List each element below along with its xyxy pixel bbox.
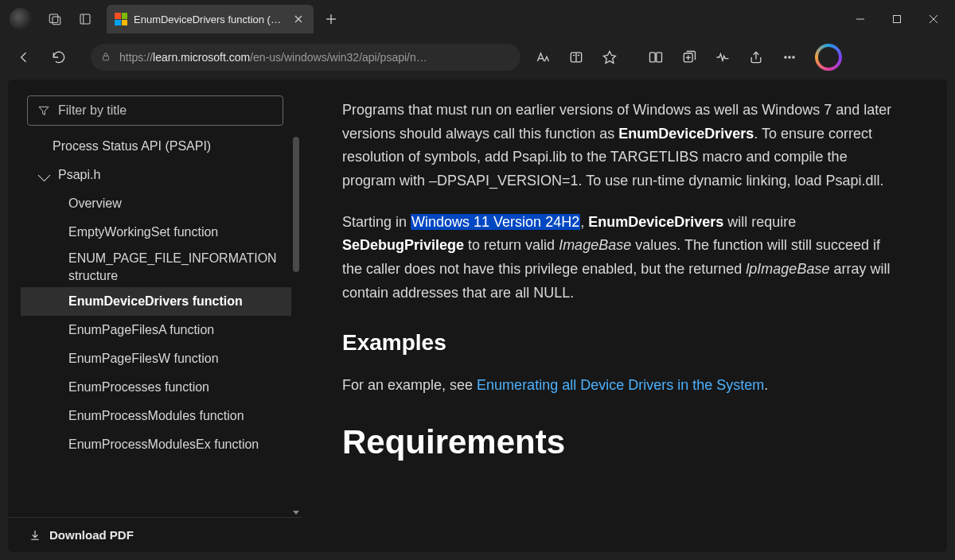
copilot-button[interactable]	[815, 44, 842, 71]
favorite-icon[interactable]	[594, 43, 626, 72]
svg-rect-19	[650, 52, 656, 62]
lock-icon	[100, 51, 111, 64]
address-bar: https://learn.microsoft.com/en-us/window…	[0, 38, 955, 76]
tree-item[interactable]: EnumProcesses function	[21, 373, 291, 402]
filter-input[interactable]: Filter by title	[27, 95, 283, 126]
svg-rect-2	[80, 14, 90, 24]
share-icon[interactable]	[740, 43, 772, 72]
heading-requirements: Requirements	[342, 414, 895, 469]
tree-item[interactable]: EmptyWorkingSet function	[21, 218, 291, 247]
reader-icon[interactable]	[560, 43, 592, 72]
tree-item-label: EnumProcessModules function	[68, 407, 244, 425]
svg-rect-1	[53, 17, 60, 25]
heading-examples: Examples	[342, 325, 895, 361]
paragraph-privilege: Starting in Windows 11 Version 24H2, Enu…	[342, 211, 895, 305]
article: Programs that must run on earlier versio…	[302, 80, 934, 552]
split-screen-icon[interactable]	[640, 43, 672, 72]
window-minimize[interactable]	[842, 3, 879, 35]
tab-title: EnumDeviceDrivers function (psa	[134, 14, 285, 25]
svg-marker-28	[39, 107, 49, 115]
download-icon	[29, 529, 41, 542]
window-maximize[interactable]	[879, 3, 915, 35]
url-text: https://learn.microsoft.com/en-us/window…	[119, 51, 427, 64]
more-icon[interactable]	[774, 43, 805, 72]
paragraph-compat: Programs that must run on earlier versio…	[342, 99, 895, 193]
svg-rect-12	[103, 56, 109, 60]
text-size-icon[interactable]	[527, 43, 559, 72]
browser-tab[interactable]: EnumDeviceDrivers function (psa	[107, 5, 314, 33]
tree-item[interactable]: EnumPageFilesA function	[21, 316, 291, 344]
tree-item-label: Process Status API (PSAPI)	[53, 138, 211, 155]
nav-tree: Process Status API (PSAPI)Psapi.hOvervie…	[8, 132, 302, 517]
tab-close-icon[interactable]	[291, 12, 306, 26]
highlighted-text: Windows 11 Version 24H2	[411, 214, 580, 230]
svg-marker-29	[293, 511, 299, 515]
page-scrollbar[interactable]	[934, 80, 947, 552]
tree-item-label: EnumPageFilesW function	[68, 350, 219, 368]
back-button[interactable]	[8, 43, 40, 72]
url-box[interactable]: https://learn.microsoft.com/en-us/window…	[91, 44, 520, 71]
tree-item-label: ENUM_PAGE_FILE_INFORMATION structure	[68, 250, 283, 284]
profile-avatar[interactable]	[10, 8, 32, 30]
tree-item-label: Psapi.h	[58, 166, 100, 184]
svg-point-26	[789, 56, 790, 58]
tree-item[interactable]: EnumProcessModules function	[21, 402, 291, 430]
tree-item-label: EnumPageFilesA function	[68, 321, 214, 339]
download-pdf-label: Download PDF	[49, 528, 134, 542]
sidebar-scrollbar[interactable]	[291, 132, 301, 517]
tree-item-label: Overview	[68, 195, 122, 212]
tree-item-label: EnumDeviceDrivers function	[68, 293, 243, 310]
titlebar: EnumDeviceDrivers function (psa	[0, 0, 955, 38]
tree-item[interactable]: EnumDeviceDrivers function	[21, 287, 291, 316]
tree-item[interactable]: EnumProcessModulesEx function	[21, 430, 291, 459]
scrollbar-down-arrow[interactable]	[291, 508, 301, 517]
paragraph-example: For an example, see Enumerating all Devi…	[342, 374, 895, 398]
tab-actions-icon[interactable]	[70, 4, 100, 34]
svg-rect-20	[657, 52, 662, 62]
refresh-button[interactable]	[43, 43, 75, 72]
svg-point-25	[785, 56, 786, 58]
sidebar: Filter by title Process Status API (PSAP…	[8, 80, 302, 552]
microsoft-favicon	[115, 13, 127, 25]
svg-marker-18	[604, 52, 616, 64]
heartbeat-icon[interactable]	[707, 43, 739, 72]
svg-rect-9	[894, 16, 901, 23]
scrollbar-thumb[interactable]	[293, 137, 299, 272]
tree-item[interactable]: Process Status API (PSAPI)	[21, 132, 291, 161]
tree-item[interactable]: EnumPageFilesW function	[21, 344, 291, 373]
collections-icon[interactable]	[673, 43, 705, 72]
filter-placeholder: Filter by title	[58, 103, 127, 118]
svg-rect-0	[49, 14, 58, 23]
page-content: Filter by title Process Status API (PSAP…	[8, 80, 947, 552]
window-controls	[842, 3, 952, 35]
tree-item-label: EnumProcesses function	[68, 379, 209, 396]
tree-item[interactable]: Overview	[21, 189, 291, 218]
tree-item-label: EnumProcessModulesEx function	[68, 436, 259, 453]
new-tab-button[interactable]	[318, 6, 344, 32]
tree-item[interactable]: Psapi.h	[21, 161, 291, 189]
download-pdf-button[interactable]: Download PDF	[8, 517, 302, 552]
tree-item[interactable]: ENUM_PAGE_FILE_INFORMATION structure	[21, 247, 291, 287]
filter-icon	[37, 104, 50, 117]
workspaces-icon[interactable]	[40, 4, 70, 34]
svg-point-27	[793, 56, 794, 58]
window-close[interactable]	[915, 3, 952, 35]
example-link[interactable]: Enumerating all Device Drivers in the Sy…	[477, 377, 764, 393]
tree-item-label: EmptyWorkingSet function	[68, 224, 218, 241]
